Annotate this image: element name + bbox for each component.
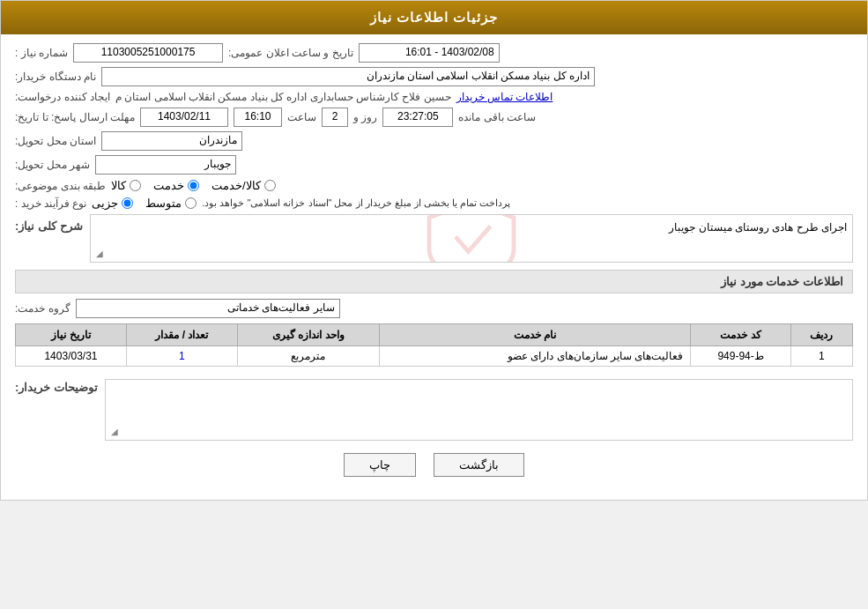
- tabaqe-radio-group: کالا/خدمت خدمت کالا: [111, 179, 276, 192]
- tabaqe-kala-radio[interactable]: [130, 180, 141, 191]
- row-nam-dastgah: اداره کل بنیاد مسکن انقلاب اسلامی استان …: [15, 67, 853, 86]
- col-tarikh: تاریخ نیاز: [16, 324, 127, 346]
- row-gorohe: سایر فعالیت‌های خدماتی گروه خدمت:: [15, 299, 853, 318]
- main-content: 1403/02/08 - 16:01 تاریخ و ساعت اعلان عم…: [1, 34, 867, 500]
- col-radif: ردیف: [790, 324, 852, 346]
- row-ijad: اطلاعات تماس خریدار حسین فلاح کارشناس حس…: [15, 91, 853, 103]
- saat-label: ساعت: [287, 111, 316, 123]
- nooe-farayand-radio-group: متوسط جزیی: [92, 197, 197, 210]
- gorohe-khedmat-label: گروه خدمت:: [15, 302, 70, 315]
- ostan-label: استان محل تحویل:: [15, 135, 96, 147]
- saat-value: 16:10: [234, 108, 282, 127]
- tarikh-aalan-label: تاریخ و ساعت اعلان عمومی:: [228, 47, 353, 59]
- tabaqe-khedmat[interactable]: خدمت: [153, 179, 199, 192]
- service-table: ردیف کد خدمت نام خدمت واحد اندازه گیری ت…: [15, 323, 853, 367]
- table-row: 1 ط-94-949 فعالیت‌های سایر سازمان‌های دا…: [16, 346, 853, 367]
- row-toseeh: ◢ توضیحات خریدار:: [15, 375, 853, 441]
- toseeh-resize[interactable]: ◢: [108, 427, 118, 438]
- shahr-value: جویبار: [95, 155, 236, 175]
- nooe-motavaset-label: متوسط: [145, 197, 182, 210]
- nam-dastgah-label: نام دستگاه خریدار:: [15, 71, 96, 83]
- col-name: نام خدمت: [379, 324, 690, 346]
- mohlat-label: مهلت ارسال پاسخ: تا تاریخ:: [15, 111, 135, 123]
- row-sharh: اجرای طرح هادی روستای میستان جویبار ◢ شر…: [15, 214, 853, 263]
- col-vahed: واحد اندازه گیری: [237, 324, 379, 346]
- shmare-niaz-label: شماره نیاز :: [15, 47, 68, 59]
- tabaqe-khedmat-label: خدمت: [153, 179, 184, 192]
- nooe-motavaset-radio[interactable]: [185, 197, 197, 209]
- gorohe-khedmat-value: سایر فعالیت‌های خدماتی: [76, 299, 340, 318]
- remaining-label: ساعت باقی مانده: [458, 111, 536, 123]
- ijad-label: ایجاد کننده درخواست:: [15, 91, 110, 103]
- ostan-value: مازندران: [101, 131, 242, 151]
- service-section-header: اطلاعات خدمات مورد نیاز: [15, 270, 853, 293]
- page-wrapper: جزئیات اطلاعات نیاز 1403/02/08 - 16:01 ت…: [0, 0, 868, 501]
- service-section-label: اطلاعات خدمات مورد نیاز: [721, 275, 843, 288]
- toseeh-box[interactable]: ◢: [105, 379, 853, 441]
- mohlat-date-value: 1403/02/11: [140, 108, 228, 127]
- roz-value: 2: [322, 108, 348, 127]
- nooe-motavaset[interactable]: متوسط: [145, 197, 197, 210]
- col-kod: کد خدمت: [691, 324, 790, 346]
- back-button[interactable]: بازگشت: [434, 453, 524, 477]
- tabaqe-kala-khedmat-radio[interactable]: [264, 180, 276, 191]
- nooe-farayand-desc: پرداخت تمام یا بخشی از مبلغ خریدار از مح…: [202, 197, 510, 209]
- button-row: بازگشت چاپ: [15, 453, 853, 477]
- sharh-box: اجرای طرح هادی روستای میستان جویبار ◢: [90, 214, 853, 263]
- nooe-jozi-radio[interactable]: [122, 197, 133, 209]
- shmare-niaz-value: 1103005251000175: [73, 43, 223, 63]
- tabaqe-kala-label: کالا: [111, 179, 126, 192]
- nooe-jozi[interactable]: جزیی: [92, 197, 133, 210]
- ijad-link[interactable]: اطلاعات تماس خریدار: [456, 91, 553, 103]
- col-tedad: تعداد / مقدار: [126, 324, 237, 346]
- ijad-value: حسین فلاح کارشناس حسابداری اداره کل بنیا…: [115, 91, 451, 103]
- print-button[interactable]: چاپ: [344, 453, 416, 477]
- toseeh-label-container: توضیحات خریدار:: [15, 375, 98, 394]
- tabaqe-khedmat-radio[interactable]: [188, 180, 199, 191]
- toseeh-label: توضیحات خریدار:: [15, 381, 98, 394]
- remaining-value: 23:27:05: [382, 108, 453, 127]
- tabaqe-kala-khedmat[interactable]: کالا/خدمت: [211, 179, 276, 192]
- tabaqe-kala-khedmat-label: کالا/خدمت: [211, 179, 261, 192]
- cell-radif: 1: [790, 346, 852, 367]
- tabaqe-label: طبقه بندی موضوعی:: [15, 180, 106, 192]
- page-header: جزئیات اطلاعات نیاز: [1, 1, 867, 34]
- row-shahr: جویبار شهر محل تحویل:: [15, 155, 853, 175]
- roz-label: روز و: [353, 111, 377, 123]
- row-mohlat: ساعت باقی مانده 23:27:05 روز و 2 ساعت 16…: [15, 108, 853, 127]
- sharh-value: اجرای طرح هادی روستای میستان جویبار: [669, 221, 847, 234]
- nooe-farayand-label: نوع فرآیند خرید :: [15, 197, 86, 210]
- row-shmare: 1403/02/08 - 16:01 تاریخ و ساعت اعلان عم…: [15, 43, 853, 63]
- shahr-label: شهر محل تحویل:: [15, 159, 90, 171]
- tarikh-aalan-value: 1403/02/08 - 16:01: [359, 43, 500, 63]
- watermark-shield-icon: [419, 214, 524, 263]
- cell-tarikh: 1403/03/31: [16, 346, 127, 367]
- cell-kod: ط-94-949: [691, 346, 790, 367]
- cell-name: فعالیت‌های سایر سازمان‌های دارای عضو: [379, 346, 690, 367]
- nooe-jozi-label: جزیی: [92, 197, 118, 210]
- cell-tedad: 1: [126, 346, 237, 367]
- row-nooe-farayand: پرداخت تمام یا بخشی از مبلغ خریدار از مح…: [15, 197, 853, 210]
- sharh-label-container: شرح کلی نیاز:: [15, 214, 83, 233]
- cell-vahed: مترمربع: [237, 346, 379, 367]
- nam-dastgah-value: اداره کل بنیاد مسکن انقلاب اسلامی استان …: [101, 67, 595, 86]
- page-title: جزئیات اطلاعات نیاز: [370, 10, 498, 25]
- row-ostan: مازندران استان محل تحویل:: [15, 131, 853, 151]
- sharh-resize[interactable]: ◢: [93, 249, 103, 260]
- tabaqe-kala[interactable]: کالا: [111, 179, 141, 192]
- row-tabaqe: کالا/خدمت خدمت کالا طبقه بندی موضوعی:: [15, 179, 853, 192]
- sharh-label: شرح کلی نیاز:: [15, 219, 83, 233]
